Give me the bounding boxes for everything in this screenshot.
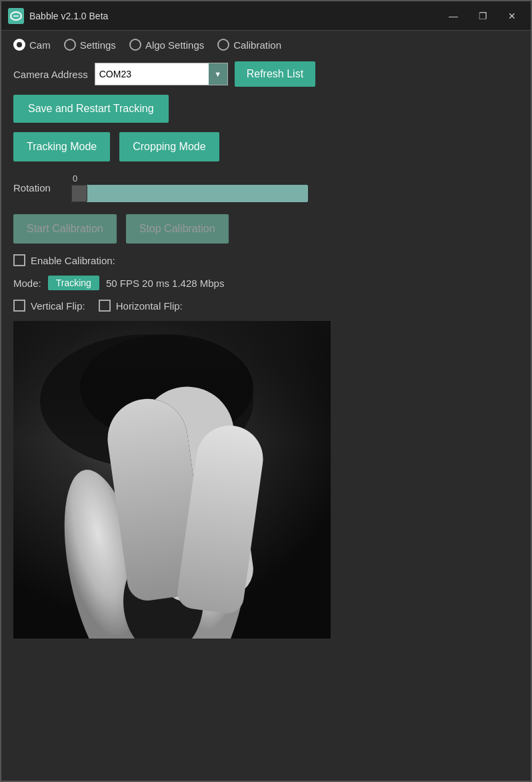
tab-algo-radio[interactable] xyxy=(129,39,141,51)
cropping-mode-button[interactable]: Cropping Mode xyxy=(119,132,219,161)
calibration-buttons-row: Start Calibration Stop Calibration xyxy=(13,214,519,244)
camera-dropdown-arrow[interactable] xyxy=(209,63,227,85)
rotation-slider[interactable] xyxy=(71,185,308,202)
enable-calibration-checkbox[interactable] xyxy=(13,254,25,266)
tab-settings[interactable]: Settings xyxy=(64,39,116,51)
horizontal-flip-checkbox[interactable] xyxy=(99,300,111,312)
horizontal-flip-label: Horizontal Flip: xyxy=(116,300,183,312)
mode-label: Mode: xyxy=(13,278,41,289)
vertical-flip-checkbox[interactable] xyxy=(13,300,25,312)
window-controls: — ❐ ✕ xyxy=(441,7,524,25)
rotation-value: 0 xyxy=(73,173,77,183)
enable-calibration-row: Enable Calibration: xyxy=(13,254,519,266)
vertical-flip-label: Vertical Flip: xyxy=(31,300,85,312)
app-logo-icon xyxy=(10,10,22,22)
rotation-slider-wrap: 0 xyxy=(71,173,308,202)
refresh-list-button[interactable]: Refresh List xyxy=(235,61,315,87)
save-restart-button[interactable]: Save and Restart Tracking xyxy=(13,95,169,123)
flip-row: Vertical Flip: Horizontal Flip: xyxy=(13,300,519,312)
camera-address-label: Camera Address xyxy=(13,69,88,80)
title-bar: Babble v2.1.0 Beta — ❐ ✕ xyxy=(1,1,531,31)
tab-calibration-radio[interactable] xyxy=(217,39,229,51)
mode-buttons-row: Tracking Mode Cropping Mode xyxy=(13,132,519,161)
tab-algo-settings[interactable]: Algo Settings xyxy=(129,39,204,51)
camera-address-row: Camera Address Refresh List xyxy=(13,61,519,87)
tab-calibration[interactable]: Calibration xyxy=(217,39,281,51)
tab-cam[interactable]: Cam xyxy=(13,39,51,51)
mode-badge: Tracking xyxy=(48,276,99,290)
app-window: Babble v2.1.0 Beta — ❐ ✕ Cam Settings Al… xyxy=(0,0,532,782)
fps-info: 50 FPS 20 ms 1.428 Mbps xyxy=(106,278,225,289)
mode-status-row: Mode: Tracking 50 FPS 20 ms 1.428 Mbps xyxy=(13,276,519,290)
horizontal-flip-item: Horizontal Flip: xyxy=(99,300,183,312)
tab-cam-radio[interactable] xyxy=(13,39,25,51)
tab-calibration-label: Calibration xyxy=(233,39,281,51)
camera-feed-image xyxy=(13,321,331,639)
camera-feed-svg xyxy=(13,321,331,639)
close-button[interactable]: ✕ xyxy=(500,7,524,25)
camera-address-field[interactable] xyxy=(95,63,228,85)
tracking-mode-button[interactable]: Tracking Mode xyxy=(13,132,110,161)
camera-feed xyxy=(13,321,331,639)
rotation-label: Rotation xyxy=(13,182,63,193)
tab-settings-radio[interactable] xyxy=(64,39,76,51)
stop-calibration-button[interactable]: Stop Calibration xyxy=(126,214,229,244)
maximize-button[interactable]: ❐ xyxy=(471,7,495,25)
minimize-button[interactable]: — xyxy=(441,7,465,25)
svg-point-7 xyxy=(123,548,203,639)
tab-algo-label: Algo Settings xyxy=(145,39,204,51)
start-calibration-button[interactable]: Start Calibration xyxy=(13,214,117,244)
tab-settings-label: Settings xyxy=(80,39,116,51)
rotation-row: Rotation 0 xyxy=(13,173,519,202)
tab-bar: Cam Settings Algo Settings Calibration xyxy=(13,39,519,51)
enable-calibration-label: Enable Calibration: xyxy=(31,255,115,266)
window-title: Babble v2.1.0 Beta xyxy=(29,11,441,21)
tab-cam-label: Cam xyxy=(29,39,51,51)
svg-rect-8 xyxy=(13,321,331,441)
main-content: Cam Settings Algo Settings Calibration C… xyxy=(1,31,531,781)
camera-address-input[interactable] xyxy=(99,69,199,79)
vertical-flip-item: Vertical Flip: xyxy=(13,300,85,312)
app-icon xyxy=(8,8,24,24)
